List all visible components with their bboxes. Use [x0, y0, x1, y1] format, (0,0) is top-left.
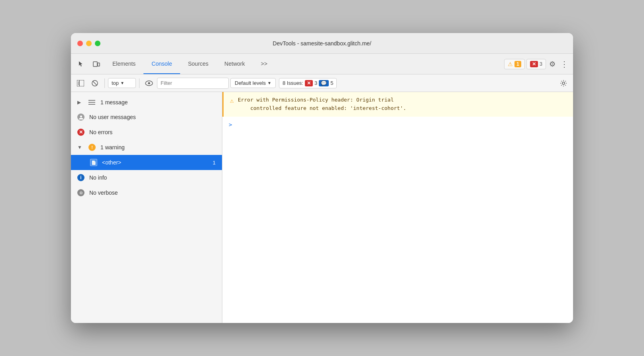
divider2 [139, 78, 139, 88]
prompt-arrow-icon: > [229, 121, 232, 128]
console-warning-entry: ⚠ Error with Permissions-Policy header: … [222, 92, 573, 117]
issues-info-icon: 💬 [319, 80, 329, 86]
svg-point-11 [562, 82, 565, 84]
issues-button[interactable]: 8 Issues: ✕ 3 💬 5 [279, 78, 337, 88]
sidebar-item-verbose[interactable]: ⚙ No verbose [71, 185, 222, 200]
tab-network[interactable]: Network [216, 54, 253, 74]
traffic-lights [77, 41, 100, 46]
warning-text: Error with Permissions-Policy header: Or… [238, 96, 406, 113]
error-count: 3 [540, 61, 542, 67]
file-icon: 📄 [90, 159, 97, 166]
maximize-button[interactable] [95, 41, 100, 46]
tab-sources[interactable]: Sources [180, 54, 216, 74]
window-title: DevTools - samesite-sandbox.glitch.me/ [273, 40, 371, 47]
svg-point-10 [148, 82, 150, 84]
tab-more[interactable]: >> [253, 54, 275, 74]
warning-icon: ⚠ [230, 97, 234, 104]
info-label: No info [89, 174, 107, 181]
svg-point-18 [80, 115, 82, 117]
svg-rect-1 [98, 63, 100, 66]
filter-input[interactable] [157, 78, 229, 89]
sidebar-item-errors[interactable]: ✕ No errors [71, 125, 222, 140]
verbose-icon: ⚙ [77, 189, 84, 196]
tab-bar: Elements Console Sources Network >> [104, 54, 503, 74]
issues-error-icon: ✕ [305, 80, 313, 86]
main-content: ▶ 1 message [71, 92, 573, 323]
errors-label: No errors [89, 129, 112, 135]
user-messages-label: No user messages [89, 114, 136, 120]
no-sign-icon [91, 80, 98, 87]
context-dropdown[interactable]: top ▼ [108, 78, 136, 88]
other-count: 1 [213, 160, 216, 166]
cursor-icon [78, 61, 85, 68]
device-icon [92, 60, 100, 68]
list-icon [88, 100, 96, 105]
console-settings-button[interactable] [557, 77, 570, 90]
tab-console[interactable]: Console [143, 54, 180, 74]
console-prompt[interactable]: > [222, 117, 573, 133]
more-options-icon[interactable]: ⋮ [559, 58, 570, 70]
chevron-down-icon: ▼ [77, 145, 84, 150]
settings-icon[interactable]: ⚙ [548, 58, 557, 70]
other-label: <other> [102, 159, 121, 166]
warning-label: 1 warning [100, 144, 125, 151]
sidebar-item-other[interactable]: 📄 <other> 1 [71, 155, 222, 170]
sidebar-toggle-button[interactable] [74, 77, 87, 90]
warning-circle-icon: ! [88, 144, 96, 151]
toolbar-right: ⚠ 1 ✕ 3 ⚙ ⋮ [504, 58, 570, 70]
eye-button[interactable] [143, 77, 155, 90]
svg-point-17 [88, 104, 89, 105]
main-toolbar: Elements Console Sources Network >> ⚠ 1 … [71, 54, 573, 74]
console-output: ⚠ Error with Permissions-Policy header: … [222, 92, 573, 323]
divider [104, 78, 105, 88]
sidebar-item-info[interactable]: i No info [71, 170, 222, 185]
error-icon: ✕ [530, 61, 538, 67]
device-toolbar-button[interactable] [89, 57, 104, 71]
tab-elements[interactable]: Elements [104, 54, 143, 74]
default-levels-button[interactable]: Default levels ▼ [230, 78, 276, 88]
svg-rect-0 [93, 62, 97, 67]
console-toolbar: top ▼ Default levels ▼ 8 Issues: ✕ 3 💬 5 [71, 74, 573, 92]
warning-badge-button[interactable]: ⚠ 1 [504, 59, 525, 69]
sidebar: ▶ 1 message [71, 92, 222, 323]
devtools-window: DevTools - samesite-sandbox.glitch.me/ E… [71, 33, 573, 323]
chevron-right-icon: ▶ [77, 100, 84, 105]
sidebar-icon [77, 80, 84, 86]
user-icon [77, 113, 84, 121]
messages-label: 1 message [100, 99, 128, 106]
svg-line-8 [93, 81, 97, 85]
clear-console-button[interactable] [88, 77, 101, 90]
close-button[interactable] [77, 41, 83, 46]
levels-arrow-icon: ▼ [267, 81, 271, 85]
warning-triangle-icon: ⚠ [508, 61, 513, 67]
minimize-button[interactable] [86, 41, 92, 46]
eye-icon [145, 80, 153, 86]
titlebar: DevTools - samesite-sandbox.glitch.me/ [71, 33, 573, 54]
error-circle-icon: ✕ [77, 129, 84, 136]
info-circle-icon: i [77, 174, 84, 181]
gear-icon [560, 80, 567, 87]
svg-point-15 [88, 100, 89, 101]
sidebar-item-user-messages[interactable]: No user messages [71, 110, 222, 125]
verbose-label: No verbose [89, 190, 118, 196]
warning-count: 1 [514, 61, 521, 67]
sidebar-item-warning[interactable]: ▼ ! 1 warning [71, 140, 222, 155]
inspect-element-button[interactable] [74, 57, 88, 71]
error-badge-button[interactable]: ✕ 3 [526, 59, 546, 69]
sidebar-item-messages[interactable]: ▶ 1 message [71, 95, 222, 110]
person-icon [79, 115, 83, 119]
dropdown-arrow-icon: ▼ [120, 81, 124, 85]
svg-point-16 [88, 102, 89, 103]
